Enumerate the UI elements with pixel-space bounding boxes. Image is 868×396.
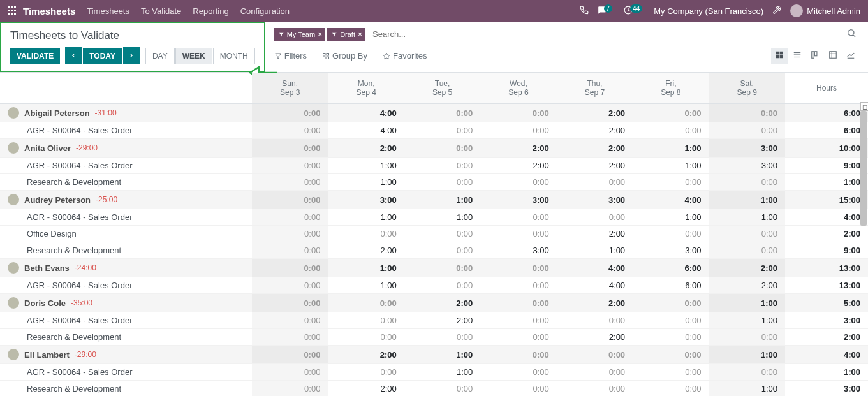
time-cell[interactable]: 3:00	[480, 242, 556, 259]
groupby-button[interactable]: Group By	[322, 51, 367, 61]
time-cell[interactable]: 0:00	[633, 174, 709, 191]
time-cell[interactable]: 1:00	[557, 242, 633, 259]
time-cell[interactable]: 2:00	[557, 104, 633, 122]
task-row[interactable]: AGR - S00064 - Sales Order0:000:001:000:…	[0, 364, 868, 381]
time-cell[interactable]: 0:00	[404, 242, 480, 259]
time-cell[interactable]: 1:00	[709, 312, 785, 329]
time-cell[interactable]: 2:00	[480, 158, 556, 174]
view-graph-button[interactable]	[842, 48, 859, 64]
time-cell[interactable]: 1:00	[709, 294, 785, 312]
task-row[interactable]: AGR - S00064 - Sales Order0:000:002:000:…	[0, 312, 868, 329]
time-cell[interactable]: 4:00	[557, 259, 633, 277]
time-cell[interactable]: 0:00	[252, 277, 328, 294]
time-cell[interactable]: 3:00	[557, 191, 633, 209]
time-cell[interactable]: 2:00	[557, 294, 633, 312]
time-cell[interactable]: 2:00	[557, 139, 633, 158]
task-row[interactable]: Research & Development0:002:000:003:001:…	[0, 242, 868, 259]
time-cell[interactable]: 0:00	[633, 329, 709, 346]
task-row[interactable]: AGR - S00064 - Sales Order0:004:000:000:…	[0, 122, 868, 139]
search-input[interactable]	[367, 27, 841, 41]
time-cell[interactable]: 1:00	[633, 139, 709, 158]
time-cell[interactable]: 0:00	[480, 104, 556, 122]
task-row[interactable]: Research & Development0:002:000:000:000:…	[0, 381, 868, 397]
time-cell[interactable]: 0:00	[480, 209, 556, 226]
employee-row[interactable]: Doris Cole -35:000:000:002:000:002:000:0…	[0, 294, 868, 312]
range-day-button[interactable]: DAY	[145, 48, 175, 64]
range-month-button[interactable]: MONTH	[213, 48, 255, 64]
time-cell[interactable]: 0:00	[557, 381, 633, 397]
time-cell[interactable]: 0:00	[328, 294, 404, 312]
settings-icon[interactable]	[772, 6, 781, 17]
next-button[interactable]	[123, 47, 140, 64]
view-pivot-button[interactable]	[825, 48, 841, 64]
employee-row[interactable]: Beth Evans -24:000:001:000:000:004:006:0…	[0, 259, 868, 277]
time-cell[interactable]: 1:00	[328, 174, 404, 191]
time-cell[interactable]: 0:00	[252, 158, 328, 174]
time-cell[interactable]: 4:00	[328, 122, 404, 139]
facet-remove-icon[interactable]: ×	[318, 30, 322, 39]
time-cell[interactable]: 0:00	[480, 122, 556, 139]
company-selector[interactable]: My Company (San Francisco)	[654, 6, 763, 16]
time-cell[interactable]: 2:00	[404, 294, 480, 312]
time-cell[interactable]: 2:00	[557, 122, 633, 139]
time-cell[interactable]: 0:00	[709, 104, 785, 122]
range-week-button[interactable]: WEEK	[175, 48, 212, 64]
phone-icon[interactable]	[580, 6, 589, 17]
time-cell[interactable]: 0:00	[252, 242, 328, 259]
facet-remove-icon[interactable]: ×	[358, 30, 362, 39]
favorites-button[interactable]: Favorites	[383, 51, 427, 61]
time-cell[interactable]: 0:00	[480, 364, 556, 381]
time-cell[interactable]: 0:00	[709, 364, 785, 381]
time-cell[interactable]: 0:00	[252, 312, 328, 329]
time-cell[interactable]: 2:00	[328, 242, 404, 259]
nav-to-validate[interactable]: To Validate	[141, 6, 181, 16]
time-cell[interactable]: 0:00	[480, 277, 556, 294]
time-cell[interactable]: 0:00	[709, 242, 785, 259]
time-cell[interactable]: 0:00	[480, 226, 556, 242]
time-cell[interactable]: 0:00	[404, 158, 480, 174]
activity-icon[interactable]: 44	[624, 6, 645, 17]
nav-timesheets[interactable]: Timesheets	[87, 6, 129, 16]
time-cell[interactable]: 0:00	[633, 364, 709, 381]
chat-icon[interactable]: 7	[598, 6, 615, 17]
prev-button[interactable]	[65, 47, 82, 64]
time-cell[interactable]: 1:00	[633, 158, 709, 174]
time-cell[interactable]: 0:00	[709, 174, 785, 191]
time-cell[interactable]: 4:00	[328, 104, 404, 122]
time-cell[interactable]: 0:00	[557, 174, 633, 191]
time-cell[interactable]: 0:00	[404, 104, 480, 122]
time-cell[interactable]: 0:00	[252, 381, 328, 397]
employee-row[interactable]: Abigail Peterson -31:000:004:000:000:002…	[0, 104, 868, 122]
time-cell[interactable]: 3:00	[633, 242, 709, 259]
time-cell[interactable]: 0:00	[252, 329, 328, 346]
time-cell[interactable]: 0:00	[557, 312, 633, 329]
search-icon[interactable]	[844, 28, 859, 40]
time-cell[interactable]: 1:00	[404, 209, 480, 226]
time-cell[interactable]: 6:00	[633, 259, 709, 277]
time-cell[interactable]: 1:00	[328, 259, 404, 277]
time-cell[interactable]: 0:00	[404, 139, 480, 158]
time-cell[interactable]: 0:00	[328, 312, 404, 329]
time-cell[interactable]: 1:00	[328, 277, 404, 294]
time-cell[interactable]: 1:00	[709, 191, 785, 209]
time-cell[interactable]: 0:00	[252, 294, 328, 312]
time-cell[interactable]: 1:00	[328, 158, 404, 174]
app-brand[interactable]: Timesheets	[23, 6, 75, 17]
time-cell[interactable]: 2:00	[480, 139, 556, 158]
validate-button[interactable]: VALIDATE	[10, 48, 60, 64]
time-cell[interactable]: 1:00	[404, 346, 480, 364]
time-cell[interactable]: 1:00	[633, 209, 709, 226]
time-cell[interactable]: 0:00	[633, 104, 709, 122]
employee-row[interactable]: Eli Lambert -29:000:002:001:000:000:000:…	[0, 346, 868, 364]
time-cell[interactable]: 0:00	[252, 209, 328, 226]
time-cell[interactable]: 0:00	[480, 294, 556, 312]
time-cell[interactable]: 0:00	[633, 346, 709, 364]
view-grid-button[interactable]	[771, 48, 788, 64]
time-cell[interactable]: 0:00	[557, 346, 633, 364]
task-row[interactable]: Research & Development0:001:000:000:000:…	[0, 174, 868, 191]
time-cell[interactable]: 0:00	[480, 346, 556, 364]
task-row[interactable]: Research & Development0:000:000:000:002:…	[0, 329, 868, 346]
time-cell[interactable]: 0:00	[480, 312, 556, 329]
time-cell[interactable]: 0:00	[633, 381, 709, 397]
task-row[interactable]: AGR - S00064 - Sales Order0:001:000:000:…	[0, 277, 868, 294]
